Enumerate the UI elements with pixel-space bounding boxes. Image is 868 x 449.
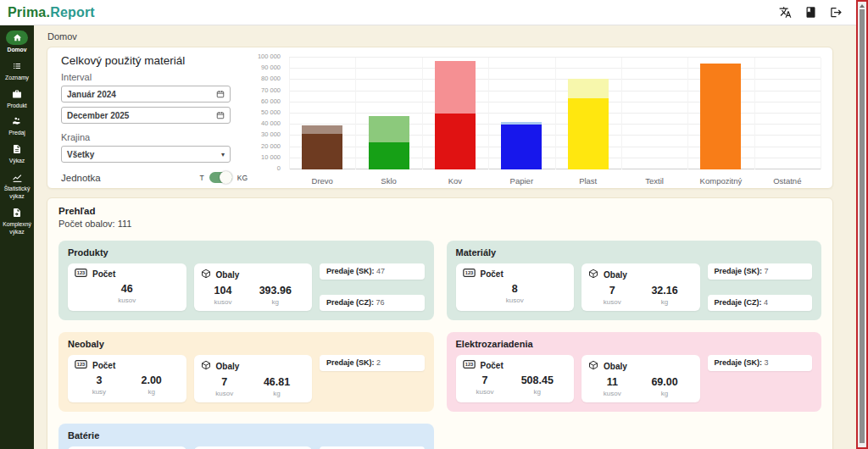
book-icon[interactable] [804,6,817,19]
y-axis-label: 30 000 [261,130,281,138]
y-axis-label: 60 000 [261,97,281,105]
stat-label: Obaly [216,362,240,371]
package-icon [201,269,211,280]
y-axis-label: 80 000 [261,75,281,82]
sales-pill: Predaje (SK): 2 [320,355,425,371]
sales-pills: Predaje (SK): 47Predaje (CZ): 76 [320,263,425,311]
x-axis-label: Ostatné [754,171,821,186]
scroll-up-arrow[interactable] [860,4,865,8]
unit-option-kg: KG [237,174,248,182]
bar-chart: 010 00020 00030 00040 00050 00060 00070 … [253,54,821,186]
sales-pills: Predaje (SK): 3 [708,355,813,402]
card-title: Materiály [456,247,813,258]
count-icon: 123 [75,269,87,279]
sidebar-item-chart[interactable]: Štatistický výkaz [0,170,34,201]
bar-papier [501,58,542,169]
y-axis-label: 50 000 [261,108,281,116]
stat-value: 7kusov [476,374,494,396]
card-title: Elektrozariadenia [456,339,813,349]
date-to-input[interactable]: December 2025 [61,107,231,124]
stat-card-count: 123Počet7kusov508.45kg [456,355,575,402]
card-title: Batérie [68,430,425,441]
svg-text:123: 123 [77,270,85,275]
bar-drevo [302,58,342,169]
plot-area [289,58,821,169]
home-icon [6,30,28,45]
x-axis-label: Kompozitný [687,171,754,186]
svg-text:123: 123 [77,362,85,367]
unit-toggle[interactable] [209,172,232,183]
product-icon [6,87,28,101]
bar-slot [289,58,355,169]
y-axis-label: 0 [277,164,281,172]
package-icon [588,269,598,280]
sales-pill: Predaje (SK): 47 [320,263,425,280]
package-icon [201,360,211,372]
bar-segment-base [501,125,542,169]
package-icon [588,360,598,372]
sales-pill: Predaje (SK): 7 [708,263,813,280]
stat-value: 7kusov [215,376,233,397]
svg-text:123: 123 [465,362,472,367]
stat-label: Obaly [604,270,627,280]
overview-title: Prehľad [58,206,821,216]
sidebar-item-list[interactable]: Zoznamy [0,59,34,82]
stat-value: 32.16kg [651,285,677,306]
sidebar-item-sell[interactable]: Predaj [0,114,34,137]
count-icon: 123 [463,269,476,279]
date-from-value: Január 2024 [67,90,116,99]
calendar-icon[interactable] [216,86,225,102]
breadcrumb: Domov [47,31,77,42]
stat-value: 8kusov [506,283,524,304]
bar-segment-base [302,134,342,169]
header-actions [779,6,843,19]
document-icon [6,142,28,156]
stat-card-package: Obaly7kusov32.16kg [581,263,700,311]
sales-pills: Predaje (SK): 2 [320,355,425,402]
logout-icon[interactable] [830,6,843,19]
export-icon [6,206,28,219]
translate-icon[interactable] [779,6,792,19]
overview-card-baterie: Batérie123PočetObalyPredaje (SK): 3 [58,424,434,449]
overview-card-neobaly: Neobaly123Počet3kusy2.00kgObaly7kusov46.… [58,332,434,412]
overview-card-elektrozariadenia: Elektrozariadenia123Počet7kusov508.45kgO… [447,332,822,412]
stat-value: 11kusov [604,376,621,397]
stat-card-package: Obaly11kusov69.00kg [581,355,700,402]
x-axis-label: Kov [422,171,488,186]
date-from-input[interactable]: Január 2024 [61,86,231,103]
logo-primary: Prima. [8,5,50,19]
calendar-icon[interactable] [216,108,225,123]
sidebar-item-home[interactable]: Domov [0,30,34,54]
main-content: Domov Celkový použitý materiál Interval … [34,25,856,449]
unit-label: Jednotka [61,173,101,183]
sidebar-item-label: Domov [7,47,26,54]
stat-label: Počet [481,361,504,370]
overview-card-produkty: Produkty123Počet46kusovObaly104kusov393.… [58,241,434,320]
sidebar-item-label: Výkaz [9,158,25,165]
chart-icon [6,170,28,184]
filters-panel: Celkový použitý materiál Interval Január… [47,47,253,188]
sidebar-item-product[interactable]: Produkt [0,87,34,110]
bar-kompozitný [700,58,741,169]
gridline-vertical [821,58,821,169]
sales-pills: Predaje (SK): 7Predaje (CZ): 4 [708,263,813,311]
scrollbar-thumb[interactable] [860,9,865,443]
count-icon: 123 [75,360,87,370]
sidebar-item-export[interactable]: Komplexný výkaz [0,206,34,236]
stat-value: 69.00kg [651,376,677,397]
app-header: Prima.Report [0,0,868,25]
stat-label: Počet [92,269,115,279]
sidebar-item-document[interactable]: Výkaz [0,142,34,165]
stat-value: 2.00kg [141,374,161,396]
stat-value: 7kusov [604,285,621,306]
overview-card-materialy: Materiály123Počet8kusovObaly7kusov32.16k… [447,241,822,320]
sidebar-item-label: Produkt [7,103,26,110]
chart-title: Celkový použitý materiál [61,54,253,67]
y-axis: 010 00020 00030 00040 00050 00060 00070 … [253,58,286,169]
stat-value: 104kusov [214,285,232,306]
stat-label: Obaly [604,362,627,371]
sidebar-item-label: Zoznamy [5,75,29,82]
country-select[interactable]: Všetky ▾ [61,146,231,163]
stat-card-package: Obaly7kusov46.81kg [194,355,313,402]
bar-slot [621,58,687,169]
